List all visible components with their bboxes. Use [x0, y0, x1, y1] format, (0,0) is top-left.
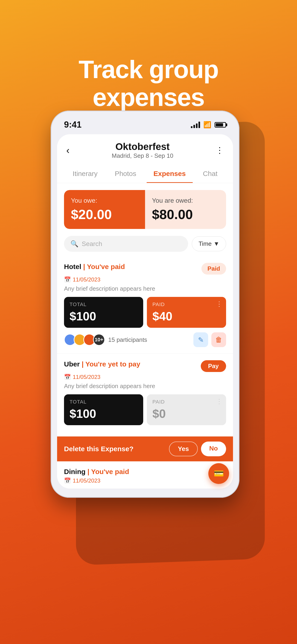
signal-icon: [191, 122, 200, 128]
edit-button[interactable]: ✎: [194, 332, 208, 347]
delete-question: Delete this Expense?: [64, 445, 134, 453]
phone-content: ‹ Oktoberfest Madrid, Sep 8 - Sep 10 ⋮ I…: [57, 134, 233, 488]
hotel-paid-amount: $40: [152, 309, 220, 323]
owed-amount: $80.00: [152, 206, 219, 222]
delete-confirm-bar: Delete this Expense? Yes No: [57, 436, 233, 461]
expense-hotel-desc: Any brief description appears here: [64, 285, 226, 292]
expense-uber-badge[interactable]: Pay: [201, 360, 226, 372]
expense-uber-status: | You're yet to pay: [82, 360, 140, 368]
hotel-participant-count: 15 participants: [108, 336, 147, 344]
tab-photos[interactable]: Photos: [108, 165, 143, 183]
expense-dining-date: 📅 11/05/2023: [64, 478, 226, 484]
hotel-action-buttons: ✎ 🗑: [194, 332, 226, 347]
expense-uber-header: Uber | You're yet to pay Pay: [64, 360, 226, 372]
expense-uber-desc: Any brief description appears here: [64, 382, 226, 390]
tab-itinerary[interactable]: Itinerary: [66, 165, 104, 183]
uber-total-box: TOTAL $100: [64, 394, 143, 425]
back-button[interactable]: ‹: [66, 145, 70, 156]
hotel-participants-row: 10+ 15 participants ✎ 🗑: [64, 332, 226, 347]
owe-card: You owe: $20.00: [64, 190, 145, 229]
filter-button[interactable]: Time ▼: [192, 236, 226, 251]
uber-total-amount: $100: [70, 407, 138, 420]
owed-card: You are owed: $80.00: [145, 190, 226, 229]
expense-dining-header: Dining | You've paid: [64, 468, 226, 476]
status-icons: 📶: [191, 121, 226, 128]
expense-item-uber: Uber | You're yet to pay Pay 📅 11/05/202…: [57, 354, 233, 436]
hotel-total-box: TOTAL $100: [64, 297, 143, 328]
status-bar: 9:41 📶: [57, 118, 233, 134]
battery-icon: [214, 122, 226, 128]
search-icon: 🔍: [70, 240, 78, 248]
calendar-icon-uber: 📅: [64, 374, 71, 380]
expense-uber-date: 📅 11/05/2023: [64, 374, 226, 380]
expense-hotel-header: Hotel | You've paid Paid: [64, 263, 226, 274]
filter-label: Time: [198, 240, 212, 247]
phone-mockup: 9:41 📶 ‹ Oktoberfest: [51, 110, 246, 498]
trip-dates: Madrid, Sep 8 - Sep 10: [112, 152, 173, 160]
calendar-icon: 📅: [64, 276, 71, 283]
hotel-total-amount: $100: [70, 309, 138, 323]
fab-icon: 💳: [214, 469, 224, 478]
fab-button[interactable]: 💳: [208, 463, 229, 484]
owe-amount: $20.00: [71, 206, 138, 222]
expense-hotel-status: | You've paid: [83, 263, 125, 270]
expense-dining-name: Dining | You've paid: [64, 468, 129, 476]
more-button[interactable]: ⋮: [216, 146, 224, 155]
chevron-down-icon: ▼: [214, 240, 220, 247]
confirm-buttons: Yes No: [169, 442, 226, 456]
avatar-more: 10+: [93, 334, 105, 346]
hotel-dots-menu[interactable]: ⋮: [216, 300, 222, 308]
tab-expenses[interactable]: Expenses: [147, 165, 193, 183]
calendar-icon-dining: 📅: [64, 478, 71, 484]
hero-section: Track groupexpenses: [78, 0, 218, 111]
header-center: Oktoberfest Madrid, Sep 8 - Sep 10: [112, 141, 173, 160]
owed-label: You are owed:: [152, 197, 219, 204]
search-bar[interactable]: 🔍 Search: [64, 236, 188, 252]
expense-item-hotel: Hotel | You've paid Paid 📅 11/05/2023 An…: [57, 256, 233, 354]
search-placeholder: Search: [82, 240, 102, 248]
tab-chat[interactable]: Chat: [196, 165, 224, 183]
balance-section: You owe: $20.00 You are owed: $80.00: [64, 190, 226, 229]
nav-tabs: Itinerary Photos Expenses Chat: [57, 163, 233, 183]
uber-paid-amount: $0: [152, 407, 220, 420]
trip-name: Oktoberfest: [112, 141, 173, 152]
app-header: ‹ Oktoberfest Madrid, Sep 8 - Sep 10 ⋮: [57, 134, 233, 163]
phone-frame: 9:41 📶 ‹ Oktoberfest: [51, 110, 240, 498]
expense-item-dining: Dining | You've paid 📅 11/05/2023: [57, 461, 233, 488]
delete-button[interactable]: 🗑: [211, 332, 226, 347]
uber-paid-box: PAID $0 ⋮: [147, 394, 226, 425]
expense-uber-amounts: TOTAL $100 PAID $0 ⋮: [64, 394, 226, 425]
hero-title: Track groupexpenses: [78, 55, 218, 111]
uber-dots-menu[interactable]: ⋮: [216, 398, 222, 405]
owe-label: You owe:: [71, 197, 138, 204]
expense-hotel-badge: Paid: [202, 263, 226, 274]
search-section: 🔍 Search Time ▼: [57, 236, 233, 256]
yes-button[interactable]: Yes: [169, 442, 198, 456]
expense-hotel-amounts: TOTAL $100 PAID $40 ⋮: [64, 297, 226, 328]
expense-dining-status: | You've paid: [88, 468, 129, 476]
expense-uber-name: Uber | You're yet to pay: [64, 360, 140, 368]
hotel-paid-box: PAID $40 ⋮: [147, 297, 226, 328]
expense-hotel-name: Hotel | You've paid: [64, 263, 125, 271]
no-button[interactable]: No: [201, 442, 226, 456]
expense-hotel-date: 📅 11/05/2023: [64, 276, 226, 283]
wifi-icon: 📶: [203, 121, 211, 128]
status-time: 9:41: [64, 120, 82, 130]
